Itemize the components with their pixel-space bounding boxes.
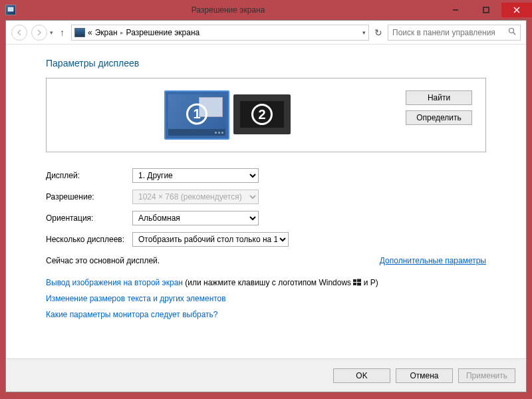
window-title: Разрешение экрана bbox=[16, 5, 440, 15]
svg-rect-7 bbox=[353, 279, 356, 282]
monitor-1-label: 1 bbox=[186, 103, 207, 124]
identify-button[interactable]: Определить bbox=[406, 110, 472, 125]
monitor-preview-box: 1 2 Найти Определить bbox=[46, 78, 486, 152]
help-links: Вывод изображения на второй экран (или н… bbox=[46, 275, 486, 323]
apply-button: Применить bbox=[458, 368, 515, 383]
advanced-settings-link[interactable]: Дополнительные параметры bbox=[380, 256, 486, 265]
refresh-button[interactable]: ↻ bbox=[374, 27, 382, 38]
monitor-1[interactable]: 1 bbox=[164, 90, 229, 140]
which-monitor-link[interactable]: Какие параметры монитора следует выбрать… bbox=[46, 310, 218, 319]
second-screen-link[interactable]: Вывод изображения на второй экран bbox=[46, 278, 183, 287]
path-root: « bbox=[88, 28, 92, 37]
cancel-button[interactable]: Отмена bbox=[396, 368, 453, 383]
svg-rect-9 bbox=[353, 283, 356, 285]
multi-display-row: Несколько дисплеев: Отобразить рабочий с… bbox=[46, 232, 486, 247]
multi-display-select[interactable]: Отобразить рабочий стол только на 1 bbox=[132, 232, 289, 247]
svg-line-6 bbox=[513, 33, 515, 35]
chevron-down-icon[interactable]: ▾ bbox=[362, 29, 366, 36]
resolution-row: Разрешение: 1024 × 768 (рекомендуется) bbox=[46, 190, 486, 204]
resolution-label: Разрешение: bbox=[46, 192, 132, 201]
path-segment-screen[interactable]: Экран bbox=[95, 28, 118, 37]
search-placeholder: Поиск в панели управления bbox=[392, 28, 495, 37]
window-body: ▾ ↑ « Экран ▸ Разрешение экрана ▾ ↻ Поис… bbox=[5, 20, 527, 392]
display-row: Дисплей: 1. Другие bbox=[46, 168, 486, 183]
display-label: Дисплей: bbox=[46, 171, 132, 180]
app-icon bbox=[5, 5, 16, 15]
content-area: Параметры дисплеев 1 2 Найти Определить bbox=[6, 45, 526, 358]
monitor-2[interactable]: 2 bbox=[233, 94, 291, 134]
titlebar: Разрешение экрана bbox=[0, 0, 532, 20]
navbar: ▾ ↑ « Экран ▸ Разрешение экрана ▾ ↻ Поис… bbox=[6, 21, 526, 45]
primary-display-status: Сейчас это основной дисплей. bbox=[46, 256, 160, 265]
window-controls bbox=[440, 3, 532, 17]
svg-point-5 bbox=[509, 29, 514, 33]
svg-rect-0 bbox=[8, 7, 13, 11]
monitor-side-buttons: Найти Определить bbox=[406, 90, 472, 125]
minimize-button[interactable] bbox=[440, 3, 471, 17]
path-segment-resolution[interactable]: Разрешение экрана bbox=[126, 28, 200, 37]
orientation-label: Ориентация: bbox=[46, 213, 132, 223]
search-icon bbox=[508, 27, 516, 37]
windows-logo-icon bbox=[353, 276, 361, 284]
close-button[interactable] bbox=[501, 3, 532, 17]
monitor-2-label: 2 bbox=[251, 104, 273, 125]
resolution-select: 1024 × 768 (рекомендуется) bbox=[132, 190, 259, 204]
svg-rect-2 bbox=[483, 7, 489, 13]
screen-icon bbox=[74, 28, 85, 37]
chevron-right-icon: ▸ bbox=[120, 29, 124, 36]
svg-rect-10 bbox=[357, 283, 361, 286]
status-row: Сейчас это основной дисплей. Дополнитель… bbox=[46, 256, 486, 265]
ok-button[interactable]: OK bbox=[333, 368, 390, 383]
footer: OK Отмена Применить bbox=[6, 358, 526, 392]
multi-display-label: Несколько дисплеев: bbox=[46, 235, 132, 244]
second-screen-hint: (или нажмите клавишу с логотипом Windows bbox=[185, 278, 353, 287]
search-input[interactable]: Поиск в панели управления bbox=[388, 25, 521, 41]
up-button[interactable]: ↑ bbox=[60, 27, 65, 38]
monitor-thumbnails: 1 2 bbox=[60, 90, 395, 140]
page-heading: Параметры дисплеев bbox=[46, 58, 486, 68]
maximize-button[interactable] bbox=[471, 3, 501, 17]
display-select[interactable]: 1. Другие bbox=[132, 168, 259, 183]
forward-button[interactable] bbox=[31, 25, 47, 41]
address-bar[interactable]: « Экран ▸ Разрешение экрана ▾ bbox=[71, 25, 369, 41]
text-size-link[interactable]: Изменение размеров текста и других элеме… bbox=[46, 294, 226, 303]
back-button[interactable] bbox=[11, 25, 27, 41]
svg-rect-8 bbox=[357, 279, 361, 283]
history-dropdown-icon[interactable]: ▾ bbox=[50, 29, 53, 36]
second-screen-hint2: и P) bbox=[364, 278, 378, 287]
find-button[interactable]: Найти bbox=[406, 90, 472, 105]
orientation-select[interactable]: Альбомная bbox=[132, 211, 259, 225]
orientation-row: Ориентация: Альбомная bbox=[46, 211, 486, 225]
